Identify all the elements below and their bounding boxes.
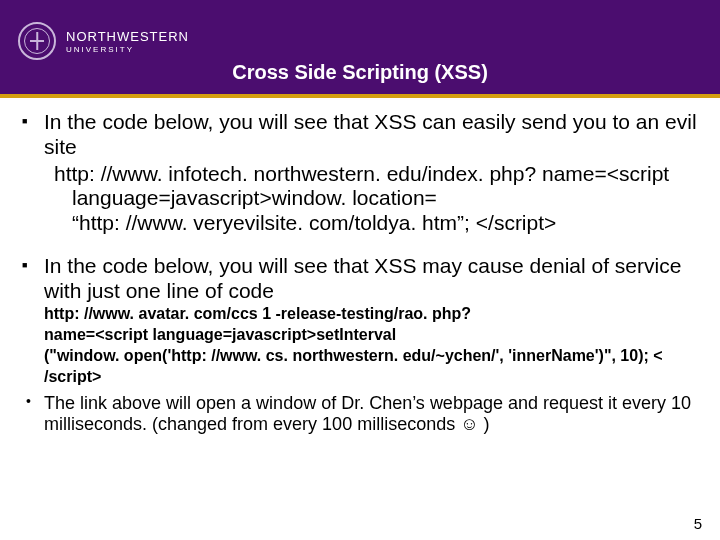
slide-body: In the code below, you will see that XSS… [0, 98, 720, 436]
bullet-lead: In the code below, you will see that XSS… [44, 254, 712, 304]
brand-subtitle: UNIVERSITY [66, 45, 189, 54]
brand-name: NORTHWESTERN [66, 29, 189, 44]
brand-text: NORTHWESTERN UNIVERSITY [66, 29, 189, 54]
page-title: Cross Side Scripting (XSS) [0, 61, 720, 84]
text-part: The link above will open a window of Dr.… [44, 393, 691, 435]
bullet-text: The link above will open a window of Dr.… [44, 393, 712, 436]
code-line: http: //www. avatar. com/ccs 1 -release-… [44, 305, 712, 324]
header-bar: NORTHWESTERN UNIVERSITY Cross Side Scrip… [0, 0, 720, 98]
code-line: /script> [44, 368, 712, 387]
code-line: “http: //www. veryevilsite. com/toldya. … [72, 211, 712, 236]
brand-block: NORTHWESTERN UNIVERSITY [18, 22, 189, 60]
code-line: http: //www. infotech. northwestern. edu… [54, 162, 712, 187]
page-number: 5 [694, 515, 702, 532]
code-line: ("window. open('http: //www. cs. northwe… [44, 347, 712, 366]
text-part: ) [479, 414, 490, 434]
list-item: In the code below, you will see that XSS… [18, 254, 712, 387]
code-line: language=javascript>window. location= [72, 186, 712, 211]
bullet-lead: In the code below, you will see that XSS… [44, 110, 712, 160]
bullet-list: In the code below, you will see that XSS… [18, 110, 712, 436]
smiley-icon: ☺ [460, 414, 478, 434]
list-item: In the code below, you will see that XSS… [18, 110, 712, 236]
code-line: name=<script language=javascript>setInte… [44, 326, 712, 345]
university-seal-icon [18, 22, 56, 60]
slide: NORTHWESTERN UNIVERSITY Cross Side Scrip… [0, 0, 720, 540]
list-item: The link above will open a window of Dr.… [18, 393, 712, 436]
